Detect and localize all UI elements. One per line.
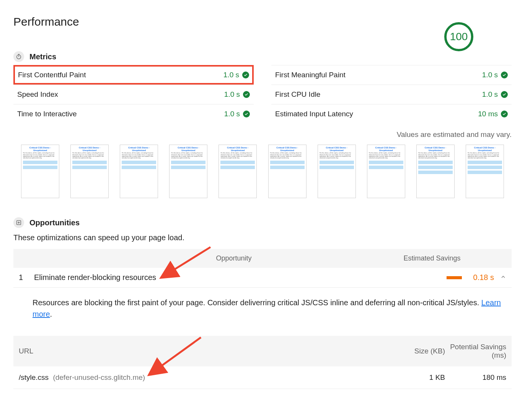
opportunities-icon [13, 217, 24, 228]
metric-label: First Contentful Paint [18, 71, 86, 79]
metric-label: First Meaningful Paint [275, 71, 346, 79]
metric-value: 10 ms [478, 110, 498, 118]
filmstrip: Critical CSS Demo - UnoptimizedOn this d… [21, 145, 504, 198]
resource-savings: 180 ms [445, 373, 506, 382]
metric-row[interactable]: First CPU Idle1.0 s [271, 85, 512, 104]
opportunity-name: Eliminate render-blocking resources [34, 273, 447, 282]
metric-row[interactable]: First Contentful Paint1.0 s [13, 65, 254, 85]
chevron-up-icon[interactable] [500, 273, 506, 282]
col-opportunity: Opportunity [108, 254, 359, 262]
metrics-heading: Metrics [29, 52, 56, 61]
metric-label: Time to Interactive [17, 110, 77, 118]
opportunity-detail: Resources are blocking the first paint o… [13, 288, 512, 329]
performance-score: 100 [444, 22, 473, 51]
check-icon [243, 111, 250, 117]
opportunities-description: These optimizations can speed up your pa… [13, 233, 512, 242]
metric-value: 1.0 s [224, 110, 240, 118]
page-title: Performance [13, 15, 79, 28]
metrics-icon [13, 51, 24, 62]
opportunity-savings-bar [447, 276, 462, 279]
resource-size: 1 KB [384, 373, 445, 382]
opportunities-heading: Opportunities [29, 218, 80, 227]
metric-label: Speed Index [17, 90, 58, 99]
metric-label: First CPU Idle [275, 90, 320, 99]
metric-row[interactable]: Estimated Input Latency10 ms [271, 104, 512, 124]
opportunity-time: 0.18 s [467, 273, 494, 282]
filmstrip-frame: Critical CSS Demo - UnoptimizedOn this d… [120, 145, 158, 198]
filmstrip-frame: Critical CSS Demo - UnoptimizedOn this d… [218, 145, 257, 198]
metric-value: 1.0 s [482, 90, 498, 99]
filmstrip-frame: Critical CSS Demo - UnoptimizedOn this d… [367, 145, 405, 198]
filmstrip-frame: Critical CSS Demo - UnoptimizedOn this d… [466, 145, 504, 198]
opportunities-table-header: Opportunity Estimated Savings [13, 249, 512, 268]
filmstrip-frame: Critical CSS Demo - UnoptimizedOn this d… [268, 145, 307, 198]
metric-value: 1.0 s [224, 90, 240, 99]
check-icon [501, 72, 508, 78]
filmstrip-frame: Critical CSS Demo - UnoptimizedOn this d… [318, 145, 356, 198]
metric-value: 1.0 s [482, 71, 498, 79]
col-size: Size (KB) [384, 347, 445, 355]
resource-path: /style.css [19, 373, 49, 381]
metrics-footnote: Values are estimated and may vary. [13, 130, 512, 139]
metric-value: 1.0 s [223, 71, 239, 79]
metric-label: Estimated Input Latency [275, 110, 353, 118]
check-icon [501, 111, 508, 117]
check-icon [242, 72, 249, 78]
resource-host: (defer-unused-css.glitch.me) [53, 373, 145, 381]
opportunity-row[interactable]: 1 Eliminate render-blocking resources 0.… [13, 268, 512, 288]
filmstrip-frame: Critical CSS Demo - UnoptimizedOn this d… [70, 145, 109, 198]
metric-row[interactable]: First Meaningful Paint1.0 s [271, 65, 512, 85]
col-estimated-savings: Estimated Savings [359, 254, 505, 262]
resource-table-header: URL Size (KB) Potential Savings (ms) [13, 336, 512, 366]
col-potential-savings: Potential Savings (ms) [445, 343, 506, 360]
check-icon [501, 91, 508, 98]
col-url: URL [19, 347, 384, 355]
filmstrip-frame: Critical CSS Demo - UnoptimizedOn this d… [21, 145, 59, 198]
metric-row[interactable]: Time to Interactive1.0 s [13, 104, 254, 124]
opportunity-index: 1 [19, 273, 34, 282]
check-icon [243, 91, 250, 98]
filmstrip-frame: Critical CSS Demo - UnoptimizedOn this d… [416, 145, 455, 198]
metric-row[interactable]: Speed Index1.0 s [13, 85, 254, 104]
resource-row: /style.css (defer-unused-css.glitch.me) … [13, 366, 512, 389]
filmstrip-frame: Critical CSS Demo - UnoptimizedOn this d… [169, 145, 207, 198]
